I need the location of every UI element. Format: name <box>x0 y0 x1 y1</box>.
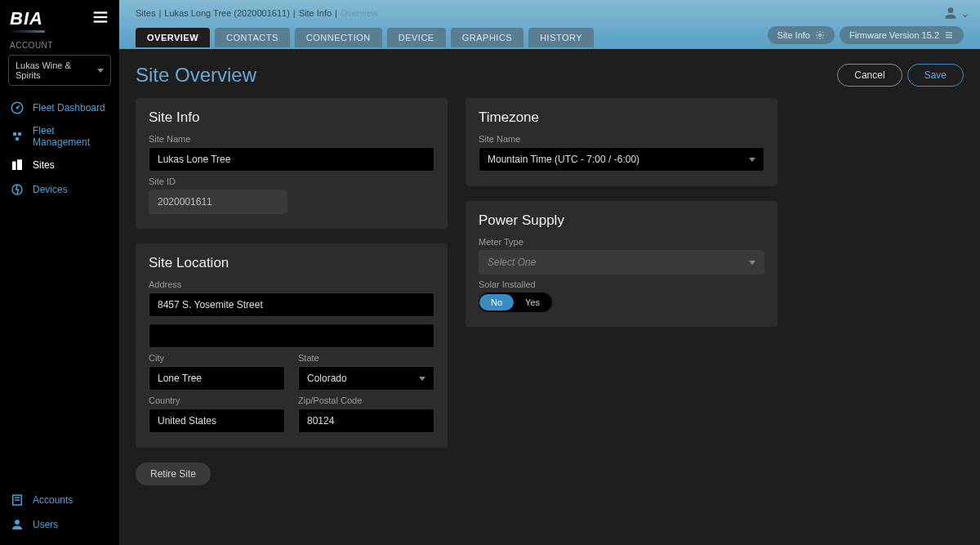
pill-label: Site Info <box>777 30 810 40</box>
nav-label: Accounts <box>33 494 73 506</box>
menu-icon[interactable] <box>91 8 109 29</box>
nav-devices[interactable]: Devices <box>0 177 119 202</box>
nav-sites[interactable]: Sites <box>0 153 119 177</box>
country-input[interactable] <box>149 409 285 433</box>
label-country: Country <box>149 395 285 405</box>
solar-no[interactable]: No <box>479 294 514 310</box>
sidebar-header: BIA <box>0 8 119 41</box>
timezone-select[interactable]: Mountain Time (UTC - 7:00 / -6:00) <box>479 147 764 172</box>
city-input[interactable] <box>149 366 285 391</box>
col-right: Timezone Site Name Mountain Time (UTC - … <box>466 98 777 485</box>
users-icon <box>10 517 24 532</box>
breadcrumb-sep: | <box>293 8 296 18</box>
card-site-location: Site Location Address City State Colorad… <box>136 243 448 448</box>
account-selected: Lukas Wine & Spirits <box>16 60 97 80</box>
label-meter-type: Meter Type <box>479 237 764 247</box>
meter-type-select[interactable]: Select One <box>479 250 764 275</box>
solar-yes[interactable]: Yes <box>514 294 551 310</box>
management-icon <box>10 129 24 144</box>
label-timezone: Site Name <box>479 134 764 144</box>
timezone-value: Mountain Time (UTC - 7:00 / -6:00) <box>488 154 639 165</box>
breadcrumb: Sites | Lukas Long Tree (2020001611) | S… <box>136 8 378 18</box>
label-state: State <box>298 353 434 363</box>
tab-history[interactable]: HISTORY <box>528 28 594 47</box>
label-address: Address <box>149 279 434 289</box>
card-power-supply: Power Supply Meter Type Select One Solar… <box>466 201 777 327</box>
tab-connection[interactable]: CONNECTION <box>295 28 382 47</box>
svg-point-15 <box>15 520 20 525</box>
label-site-name: Site Name <box>149 134 434 144</box>
svg-rect-10 <box>17 159 22 170</box>
meter-placeholder: Select One <box>488 257 536 268</box>
state-value: Colorado <box>307 373 347 384</box>
sites-icon <box>10 158 24 172</box>
account-heading: ACCOUNT <box>0 41 119 55</box>
label-zip: Zip/Postal Code <box>298 395 434 405</box>
breadcrumb-link[interactable]: Site Info <box>299 8 332 18</box>
nav-accounts[interactable]: Accounts <box>0 488 119 512</box>
card-site-info: Site Info Site Name Site ID <box>136 98 448 229</box>
dashboard-icon <box>10 101 24 115</box>
label-city: City <box>149 353 285 363</box>
tab-overview[interactable]: OVERVIEW <box>136 28 210 47</box>
nav-fleet-management[interactable]: Fleet Management <box>0 120 119 153</box>
cancel-button[interactable]: Cancel <box>837 64 902 87</box>
solar-toggle[interactable]: No Yes <box>479 293 552 312</box>
address2-input[interactable] <box>149 324 434 348</box>
state-select[interactable]: Colorado <box>298 366 434 391</box>
label-solar: Solar Installed <box>479 279 764 289</box>
pill-label: Firmware Version 15.2 <box>849 30 939 40</box>
breadcrumb-sep: | <box>158 8 161 18</box>
title-row: Site Overview Cancel Save <box>136 64 964 87</box>
topbar: Sites | Lukas Long Tree (2020001611) | S… <box>119 0 980 49</box>
chevron-down-icon <box>419 377 425 381</box>
save-button[interactable]: Save <box>907 64 964 87</box>
main: Sites | Lukas Long Tree (2020001611) | S… <box>119 0 980 545</box>
site-info-pill[interactable]: Site Info <box>768 26 835 44</box>
svg-point-16 <box>948 7 954 13</box>
nav-bottom: Accounts Users <box>0 488 119 537</box>
label-site-id: Site ID <box>149 176 434 186</box>
topbar-right: ⌄ <box>942 5 970 21</box>
page-title: Site Overview <box>136 64 256 87</box>
nav-label: Fleet Dashboard <box>33 102 105 114</box>
nav-main: Fleet Dashboard Fleet Management Sites D… <box>0 96 119 202</box>
svg-point-17 <box>818 34 821 37</box>
svg-point-7 <box>18 132 22 136</box>
card-timezone: Timezone Site Name Mountain Time (UTC - … <box>466 98 777 186</box>
list-icon <box>944 30 954 40</box>
tab-contacts[interactable]: CONTACTS <box>215 28 290 47</box>
chevron-down-icon: ⌄ <box>960 7 970 20</box>
breadcrumb-sep: | <box>335 8 337 18</box>
nav-label: Sites <box>33 159 55 171</box>
firmware-pill[interactable]: Firmware Version 15.2 <box>840 26 964 44</box>
nav-users[interactable]: Users <box>0 512 119 537</box>
zip-input[interactable] <box>298 409 434 433</box>
accounts-icon <box>10 493 24 507</box>
svg-point-6 <box>13 132 17 136</box>
columns: Site Info Site Name Site ID Site Locatio… <box>136 98 964 485</box>
user-menu[interactable]: ⌄ <box>942 5 970 21</box>
site-id-input <box>149 190 287 214</box>
chevron-down-icon <box>97 69 104 73</box>
tab-graphics[interactable]: GRAPHICS <box>451 28 523 47</box>
svg-rect-9 <box>12 162 16 171</box>
tab-device[interactable]: DEVICE <box>387 28 446 47</box>
nav-label: Users <box>33 519 58 530</box>
card-title: Power Supply <box>479 212 764 229</box>
card-title: Site Info <box>149 109 434 126</box>
site-name-input[interactable] <box>149 147 434 172</box>
breadcrumb-link[interactable]: Sites <box>136 8 155 18</box>
svg-point-8 <box>16 137 20 141</box>
breadcrumb-link[interactable]: Lukas Long Tree (2020001611) <box>164 8 290 18</box>
account-select[interactable]: Lukas Wine & Spirits <box>8 55 111 86</box>
address1-input[interactable] <box>149 293 434 317</box>
retire-site-button[interactable]: Retire Site <box>136 462 211 485</box>
chevron-down-icon <box>749 261 755 265</box>
nav-label: Devices <box>33 184 68 195</box>
card-title: Site Location <box>149 255 434 271</box>
col-left: Site Info Site Name Site ID Site Locatio… <box>136 98 448 485</box>
nav-fleet-dashboard[interactable]: Fleet Dashboard <box>0 96 119 120</box>
logo: BIA <box>10 8 43 29</box>
sidebar: BIA ACCOUNT Lukas Wine & Spirits Fleet D… <box>0 0 119 545</box>
